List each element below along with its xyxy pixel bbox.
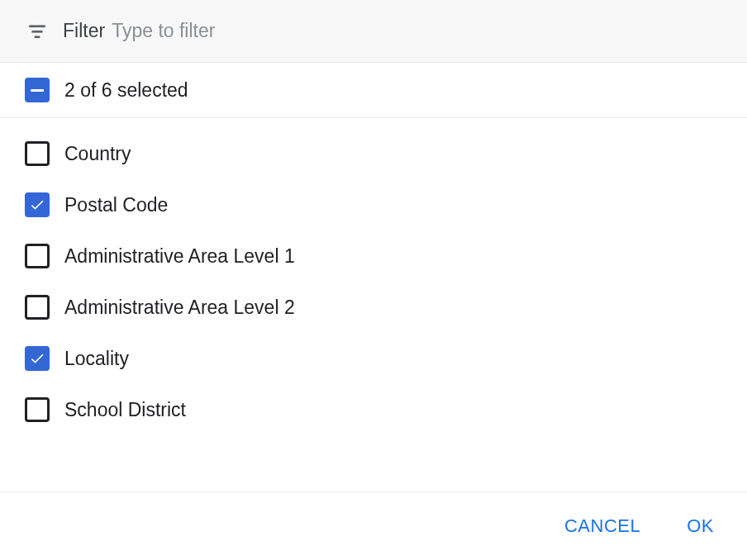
- svg-rect-0: [29, 25, 45, 27]
- select-all-checkbox-indeterminate[interactable]: [25, 78, 50, 102]
- option-label: Postal Code: [64, 194, 168, 216]
- option-label: Administrative Area Level 2: [64, 297, 295, 319]
- option-checkbox[interactable]: [25, 192, 50, 217]
- option-checkbox[interactable]: [25, 141, 50, 166]
- filter-bar: Filter: [0, 0, 747, 63]
- option-list: CountryPostal CodeAdministrative Area Le…: [0, 118, 747, 492]
- option-label: Country: [64, 143, 131, 165]
- ok-button[interactable]: OK: [683, 509, 717, 543]
- option-item[interactable]: Locality: [0, 333, 747, 384]
- option-item[interactable]: Country: [0, 128, 747, 179]
- option-checkbox[interactable]: [25, 295, 50, 320]
- svg-rect-1: [32, 30, 43, 32]
- filter-icon: [26, 21, 48, 42]
- option-label: Locality: [64, 348, 129, 370]
- cancel-button[interactable]: CANCEL: [561, 509, 644, 543]
- option-checkbox[interactable]: [25, 244, 50, 268]
- option-checkbox[interactable]: [25, 346, 50, 371]
- option-label: School District: [64, 399, 186, 421]
- check-icon: [29, 350, 45, 367]
- option-checkbox[interactable]: [25, 397, 50, 422]
- check-icon: [29, 197, 45, 213]
- actions-bar: CANCEL OK: [0, 492, 747, 560]
- option-item[interactable]: Administrative Area Level 2: [0, 282, 747, 333]
- option-item[interactable]: Administrative Area Level 1: [0, 230, 747, 282]
- selection-summary-row[interactable]: 2 of 6 selected: [0, 63, 747, 118]
- filter-selection-panel: Filter 2 of 6 selected CountryPostal Cod…: [0, 0, 747, 560]
- option-label: Administrative Area Level 1: [64, 245, 295, 268]
- indeterminate-icon: [31, 89, 44, 92]
- filter-input[interactable]: [112, 20, 721, 42]
- option-item[interactable]: Postal Code: [0, 179, 747, 230]
- filter-label: Filter: [63, 20, 105, 42]
- option-item[interactable]: School District: [0, 384, 747, 435]
- svg-rect-2: [35, 36, 40, 38]
- selection-count-text: 2 of 6 selected: [64, 79, 188, 102]
